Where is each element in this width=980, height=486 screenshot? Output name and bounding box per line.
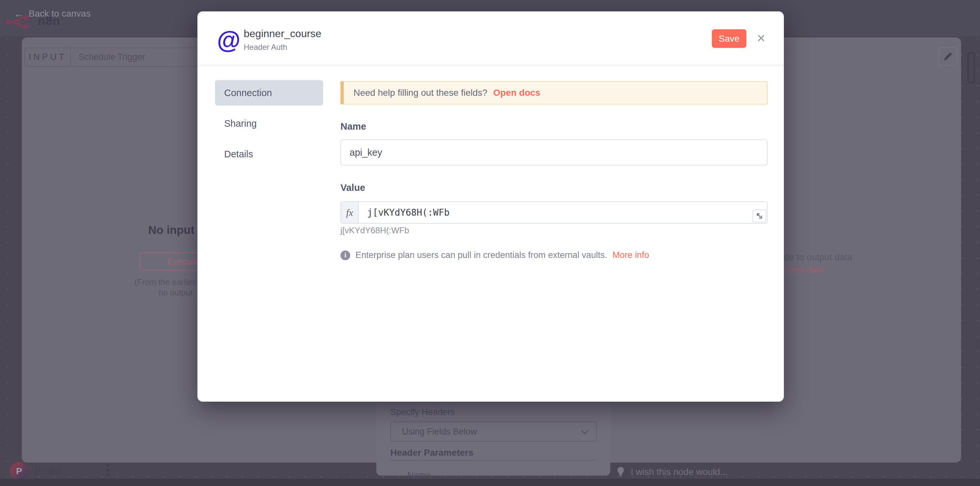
output-panel-text: de to output data [784,252,852,262]
value-field-label: Value [340,183,365,193]
tab-details-label: Details [224,149,253,160]
credential-modal: @ beginner_course Header Auth Save × Con… [197,11,784,402]
expression-fx-toggle[interactable]: fx [341,202,359,223]
name-input[interactable] [340,140,768,165]
tab-connection-label: Connection [224,87,272,98]
docs-callout: Need help filling out these fields? Open… [340,81,768,105]
tab-connection[interactable]: Connection [215,80,323,106]
n8n-logo[interactable]: n8n [6,14,60,29]
credential-at-icon: @ [214,25,244,55]
specify-headers-value: Using Fields Below [402,427,477,437]
no-input-title: No input c [148,224,204,237]
enterprise-info-text: Enterprise plan users can pull in creden… [355,250,607,260]
open-docs-link[interactable]: Open docs [493,87,541,98]
divider [390,460,596,461]
pencil-icon [943,51,953,62]
specify-headers-select[interactable]: Using Fields Below [390,421,597,442]
expand-editor-button[interactable] [752,210,766,222]
app-root: ← Back to canvas n8n INPUT Schedule Trig… [0,0,980,486]
tab-details[interactable]: Details [215,141,323,167]
avatar-initial: P [16,466,22,476]
input-badge: INPUT [25,48,71,66]
input-note-line2: no output [159,288,192,297]
enterprise-info-row: i Enterprise plan users can pull in cred… [340,250,649,260]
docs-callout-text: Need help filling out these fields? [353,87,487,98]
chevron-down-icon [581,427,589,435]
value-hint-text: j[vKYdY68H(:WFb [340,226,409,235]
specify-headers-label: Specify Headers [390,407,455,417]
close-icon[interactable]: × [751,29,771,48]
n8n-logo-text: n8n [38,14,60,28]
value-input[interactable] [359,202,767,223]
input-note-line1: (From the earlies [135,278,196,287]
lightbulb-icon [616,467,625,478]
expand-arrow-icon [756,212,763,219]
header-parameters-label: Header Parameters [390,448,473,458]
node-wish-input[interactable]: I wish this node would... [616,467,727,478]
name-field-label: Name [340,121,366,132]
n8n-logo-icon [6,14,35,29]
value-input-row: fx [340,201,768,224]
canvas-element [967,52,975,83]
node-wish-placeholder: I wish this node would... [631,467,727,477]
tab-sharing-label: Sharing [224,118,257,129]
credential-type-label: Header Auth [244,43,287,52]
user-name: Polina [35,466,61,476]
edit-node-button[interactable] [938,47,957,66]
divider [197,65,784,65]
input-source-value: Schedule Trigger [71,48,145,66]
save-button[interactable]: Save [712,29,746,48]
more-info-link[interactable]: More info [612,250,649,260]
set-test-data-link[interactable]: t test data [784,265,824,275]
credential-title: beginner_course [244,28,321,40]
bottom-strip [0,479,980,486]
user-menu-kebab-icon[interactable] [106,464,110,476]
info-icon: i [340,251,350,260]
tab-sharing[interactable]: Sharing [215,111,323,136]
avatar[interactable]: P [10,462,29,480]
input-source-selector[interactable]: INPUT Schedule Trigger [24,48,200,67]
